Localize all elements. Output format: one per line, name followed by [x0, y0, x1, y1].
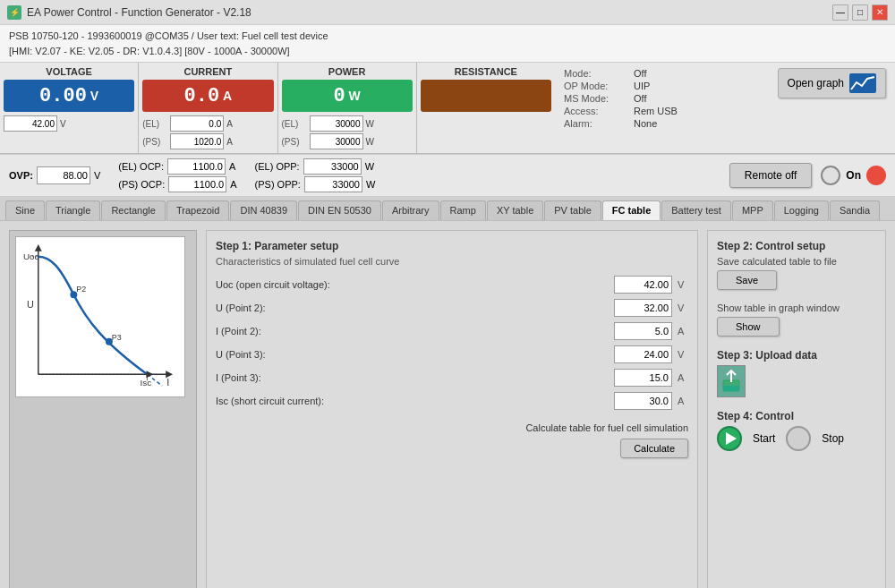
- svg-rect-18: [723, 386, 739, 391]
- tab-mpp[interactable]: MPP: [732, 200, 773, 220]
- open-graph-button[interactable]: Open graph: [778, 68, 886, 98]
- current-value: 0.0: [184, 85, 220, 107]
- ovp-label: OVP:: [9, 170, 33, 181]
- isc-label: Isc (short circuit current):: [216, 396, 609, 406]
- el-opp-unit: W: [365, 161, 374, 172]
- u3-label: U (Point 3):: [216, 349, 609, 360]
- step1-title: Step 1: Parameter setup: [216, 240, 688, 252]
- power-ps-input[interactable]: [310, 133, 363, 149]
- uoc-input[interactable]: [614, 276, 672, 294]
- maximize-button[interactable]: □: [852, 4, 868, 21]
- tab-din40839[interactable]: DIN 40839: [230, 200, 297, 220]
- show-button[interactable]: Show: [717, 317, 780, 337]
- alarm-label: Alarm:: [564, 118, 626, 129]
- power-el-row: (EL) W: [282, 115, 413, 132]
- step2-section: Step 2: Control setup Save calculated ta…: [717, 240, 876, 290]
- tab-arbitrary[interactable]: Arbitrary: [382, 200, 439, 220]
- minimize-button[interactable]: —: [832, 4, 848, 21]
- tab-din-en-50530[interactable]: DIN EN 50530: [298, 200, 381, 220]
- step3-section: Step 3: Upload data: [717, 349, 876, 397]
- svg-text:I: I: [166, 377, 169, 388]
- resistance-title: RESISTANCE: [421, 66, 551, 77]
- main-content: U I Uoc Isc P2 P3: [0, 221, 895, 588]
- voltage-display: 0.00 V: [4, 80, 134, 112]
- ps-ocp-input[interactable]: [168, 176, 226, 192]
- isc-unit: A: [678, 396, 688, 406]
- tab-sandia[interactable]: Sandia: [830, 200, 880, 220]
- on-indicator: On: [821, 166, 886, 185]
- tab-battery-test[interactable]: Battery test: [661, 200, 731, 220]
- u3-input[interactable]: [614, 345, 672, 363]
- voltage-el-input[interactable]: [4, 115, 57, 132]
- save-button[interactable]: Save: [717, 270, 777, 290]
- control-row: Start Stop: [717, 426, 876, 451]
- el-ocp-input[interactable]: [167, 158, 226, 175]
- tab-triangle[interactable]: Triangle: [46, 200, 100, 220]
- power-el-input[interactable]: [310, 115, 363, 132]
- mode-row: Mode: Off: [564, 68, 725, 79]
- i2-unit: A: [678, 326, 688, 337]
- tab-pv-table[interactable]: PV table: [544, 200, 601, 220]
- el-opp-input[interactable]: [303, 158, 362, 175]
- window-controls: — □ ✕: [832, 4, 888, 21]
- voltage-title: VOLTAGE: [4, 66, 134, 77]
- step4-section: Step 4: Control Start Stop: [717, 410, 876, 451]
- alarm-row: Alarm: None: [564, 118, 725, 129]
- voltage-unit: V: [90, 89, 98, 103]
- isc-input[interactable]: [614, 392, 672, 410]
- tab-fc-table[interactable]: FC table: [602, 200, 661, 220]
- i3-input[interactable]: [614, 369, 672, 387]
- fc-chart: U I Uoc Isc P2 P3: [15, 236, 185, 397]
- step3-title: Step 3: Upload data: [717, 349, 876, 362]
- tab-sine[interactable]: Sine: [5, 200, 45, 220]
- power-value: 0: [333, 85, 345, 107]
- ps-ocp-unit: A: [230, 179, 236, 190]
- power-title: POWER: [282, 66, 413, 77]
- current-display: 0.0 A: [142, 80, 273, 112]
- device-info-line1: PSB 10750-120 - 1993600019 @COM35 / User…: [9, 29, 886, 44]
- start-button[interactable]: [717, 426, 742, 451]
- isc-row: Isc (short circuit current): A: [216, 392, 688, 410]
- current-ps-input[interactable]: [170, 133, 224, 149]
- i2-input[interactable]: [614, 322, 672, 340]
- show-label-text: Show table in graph window: [717, 303, 876, 313]
- ovp-input[interactable]: [37, 166, 90, 184]
- i2-row: I (Point 2): A: [216, 322, 688, 340]
- u2-input[interactable]: [614, 299, 672, 317]
- remote-off-button[interactable]: Remote off: [729, 163, 812, 188]
- current-el-input[interactable]: [170, 115, 224, 132]
- ps-opp-input[interactable]: [304, 176, 362, 192]
- app-icon: ⚡: [7, 5, 21, 20]
- stop-button[interactable]: [786, 426, 811, 451]
- on-circle-button[interactable]: [821, 166, 840, 185]
- stop-label: Stop: [822, 432, 844, 445]
- current-unit: A: [223, 89, 232, 103]
- access-value: Rem USB: [634, 106, 678, 116]
- step2-title: Step 2: Control setup: [717, 240, 876, 252]
- u2-unit: V: [678, 303, 688, 313]
- el-opp-label: (EL) OPP:: [255, 161, 300, 172]
- ps-opp-row: (PS) OPP: W: [255, 176, 376, 192]
- tab-rectangle[interactable]: Rectangle: [101, 200, 166, 220]
- tab-logging[interactable]: Logging: [774, 200, 829, 220]
- current-meter: CURRENT 0.0 A (EL) A (PS) A: [139, 63, 277, 153]
- tab-trapezoid[interactable]: Trapezoid: [166, 200, 230, 220]
- ocp-opp-area: (EL) OCP: A (PS) OCP: A: [118, 158, 236, 192]
- ps-opp-label: (PS) OPP:: [255, 179, 301, 190]
- current-inputs: (EL) A (PS) A: [142, 115, 273, 149]
- power-inputs: (EL) W (PS) W: [282, 115, 413, 149]
- alarm-value: None: [634, 118, 657, 129]
- svg-text:Uoc: Uoc: [23, 251, 39, 261]
- mode-label: Mode:: [564, 68, 626, 79]
- u2-row: U (Point 2): V: [216, 299, 688, 317]
- resistance-inputs: [421, 115, 551, 149]
- el-ocp-row: (EL) OCP: A: [118, 158, 236, 175]
- calculate-button[interactable]: Calculate: [620, 439, 688, 458]
- upload-button[interactable]: [717, 365, 746, 397]
- tab-xy-table[interactable]: XY table: [487, 200, 543, 220]
- el-ocp-label: (EL) OCP:: [118, 161, 164, 172]
- tab-ramp[interactable]: Ramp: [440, 200, 486, 220]
- start-label: Start: [753, 432, 775, 445]
- close-button[interactable]: ✕: [872, 4, 888, 21]
- voltage-inputs: V: [4, 115, 134, 132]
